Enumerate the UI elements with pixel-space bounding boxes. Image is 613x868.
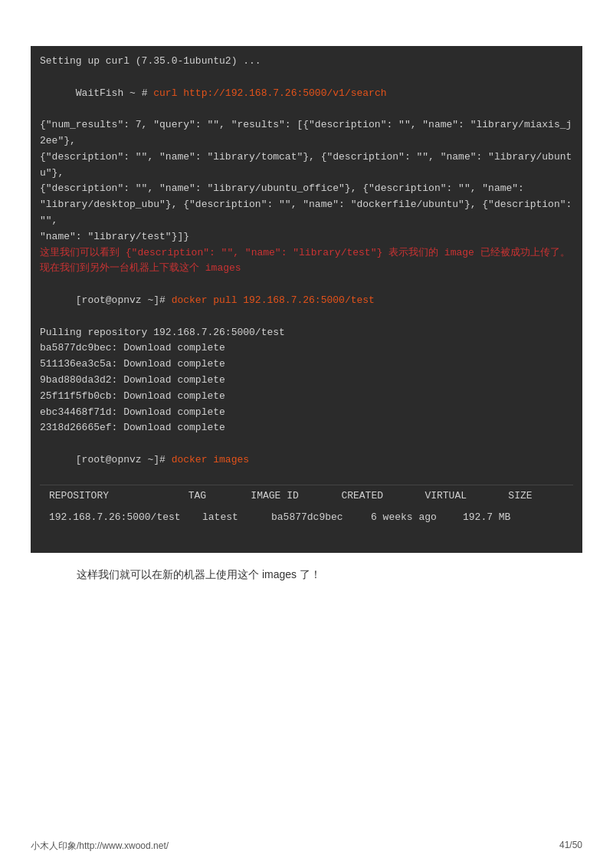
cell-created: 6 weeks ago [371,510,463,526]
terminal-line-dl4: 25f11f5fb0cb: Download complete [40,389,573,405]
col-header-virtual: VIRTUAL [425,488,508,505]
terminal-line-dl3: 9bad880da3d2: Download complete [40,373,573,389]
images-prefix: [root@opnvz ~]# [76,454,172,465]
footer-left: 小木人印象/http://www.xwood.net/ [31,840,169,853]
col-header-repository: REPOSITORY [49,488,188,505]
terminal-line-dl2: 511136ea3c5a: Download complete [40,357,573,373]
cell-virtualsize: 192.7 MB [463,510,555,526]
images-cmd: docker images [172,454,249,465]
col-header-tag: TAG [188,488,251,505]
col-header-imageid: IMAGE ID [251,488,341,505]
terminal-line-images: [root@opnvz ~]# docker images [40,436,573,484]
pull-prefix: [root@opnvz ~]# [76,294,172,306]
terminal-line-waitfish: WaitFish ~ # curl http://192.168.7.26:50… [40,70,573,117]
footer: 小木人印象/http://www.xwood.net/ 41/50 [31,840,582,853]
cell-tag: latest [202,510,271,526]
footer-right: 41/50 [559,840,582,853]
table-header: REPOSITORY TAG IMAGE ID CREATED VIRTUAL … [40,485,573,508]
waitfish-cmd: curl http://192.168.7.26:5000/v1/search [153,87,386,99]
terminal-line-dl5: ebc34468f71d: Download complete [40,405,573,421]
terminal-line-dl6: 2318d26665ef: Download complete [40,420,573,436]
bottom-annotation: 这样我们就可以在新的机器上使用这个 images 了！ [31,568,582,582]
waitfish-prefix: WaitFish ~ # [76,87,153,99]
terminal-line-json: {"num_results": 7, "query": "", "results… [40,117,573,245]
col-header-size: SIZE [508,488,564,505]
col-header-created: CREATED [341,488,425,505]
terminal-line-annotation2: 现在我们到另外一台机器上下载这个 images [40,261,573,277]
terminal-output: Setting up curl (7.35.0-1ubuntu2) ... Wa… [31,46,582,553]
terminal-line-setup-curl: Setting up curl (7.35.0-1ubuntu2) ... [40,54,573,70]
terminal-line-annotation1: 这里我们可以看到 {"description": "", "name": "li… [40,245,573,261]
pull-cmd: docker pull 192.168.7.26:5000/test [172,294,375,306]
terminal-line-dl1: ba5877dc9bec: Download complete [40,340,573,357]
cell-repository: 192.168.7.26:5000/test [49,510,202,526]
table-row: 192.168.7.26:5000/test latest ba5877dc9b… [40,507,573,529]
terminal-line-pulling: Pulling repository 192.168.7.26:5000/tes… [40,325,573,341]
cell-imageid: ba5877dc9bec [271,510,371,526]
terminal-line-pull: [root@opnvz ~]# docker pull 192.168.7.26… [40,277,573,324]
